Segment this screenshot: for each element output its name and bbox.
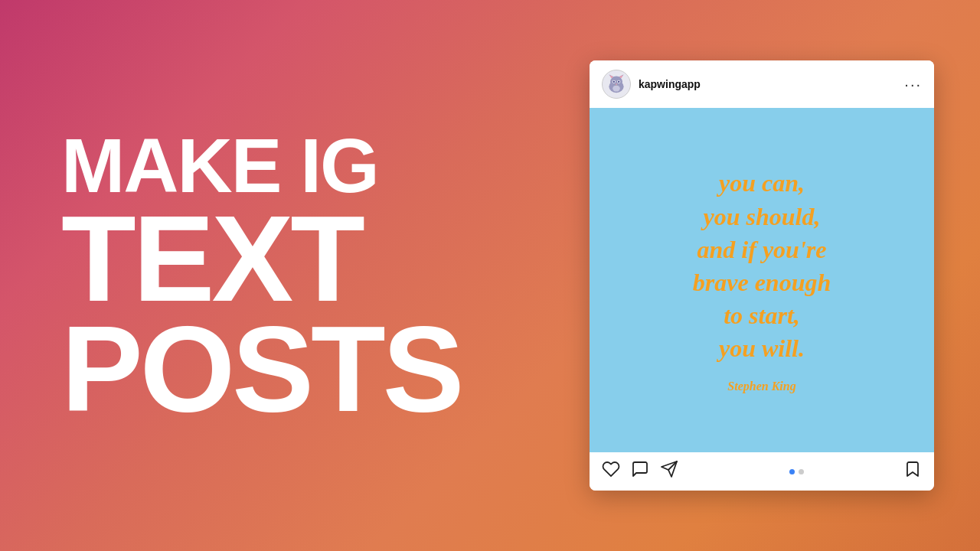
svg-point-11 <box>616 83 617 84</box>
svg-point-10 <box>618 81 619 83</box>
svg-point-12 <box>612 86 620 92</box>
ig-username: kapwingapp <box>639 78 904 90</box>
left-text-area: MAKE IG TEXT POSTS <box>0 81 590 470</box>
avatar <box>602 70 631 99</box>
share-icon[interactable] <box>660 460 678 483</box>
instagram-card: kapwingapp ··· you can, you should, and … <box>590 60 934 491</box>
ig-dot-active <box>789 469 795 474</box>
ig-quote-author: Stephen King <box>727 380 795 393</box>
headline-line3: POSTS <box>61 314 544 424</box>
ig-carousel-dots <box>689 469 903 474</box>
headline-line2: TEXT <box>61 204 544 314</box>
ig-post-content: you can, you should, and if you're brave… <box>620 167 903 393</box>
like-icon[interactable] <box>602 460 620 483</box>
ig-dot-inactive <box>799 469 804 474</box>
bookmark-icon[interactable] <box>903 460 922 483</box>
ig-post-image: you can, you should, and if you're brave… <box>590 108 934 452</box>
svg-point-9 <box>613 81 615 83</box>
page-background: MAKE IG TEXT POSTS <box>0 0 980 551</box>
comment-icon[interactable] <box>631 460 649 483</box>
ig-quote-text: you can, you should, and if you're brave… <box>693 167 831 365</box>
ig-more-button[interactable]: ··· <box>904 76 922 93</box>
ig-footer <box>590 452 934 491</box>
ig-header: kapwingapp ··· <box>590 60 934 108</box>
